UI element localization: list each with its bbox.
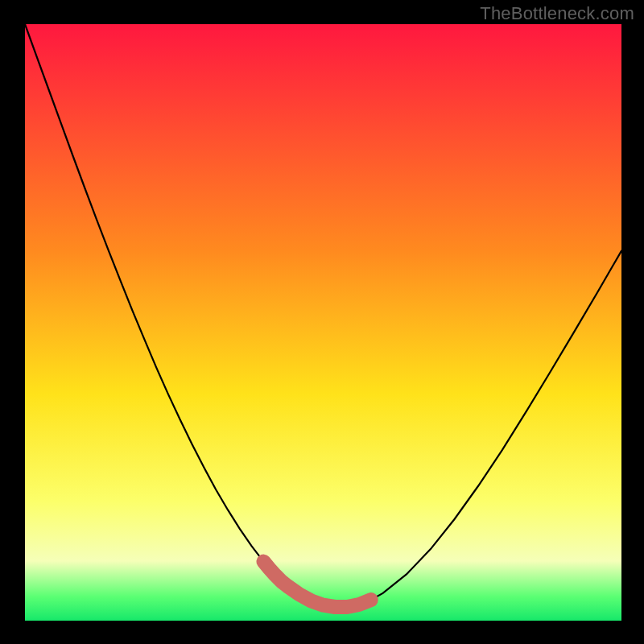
- watermark-text: TheBottleneck.com: [480, 3, 634, 24]
- chart-frame: TheBottleneck.com: [0, 0, 644, 644]
- bottleneck-chart: [0, 0, 644, 644]
- plot-background: [25, 24, 621, 621]
